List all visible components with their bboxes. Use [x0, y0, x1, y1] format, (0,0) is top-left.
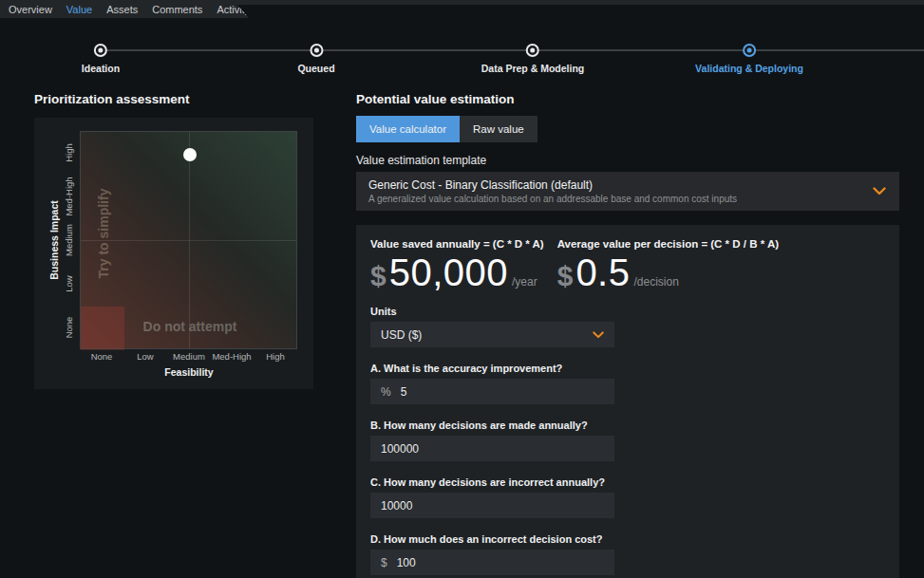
- x-tick: High: [266, 351, 285, 362]
- gridline-horizontal: [81, 240, 296, 241]
- currency-symbol: $: [557, 260, 574, 292]
- field-b-label: B. How many decisions are made annually?: [370, 420, 614, 431]
- step-label: Validating & Deploying: [695, 63, 803, 74]
- step-validating-deploying[interactable]: Validating & Deploying: [695, 38, 803, 74]
- step-data-prep-modeling[interactable]: Data Prep & Modeling: [481, 38, 585, 74]
- field-a-box: %: [370, 379, 614, 404]
- annual-value: 50,000: [389, 252, 508, 294]
- quadrant-plot-area[interactable]: Try to simplify Do not attempt: [80, 131, 297, 349]
- per-decision-value: 0.5: [575, 252, 630, 294]
- y-tick: Medium: [64, 224, 74, 256]
- field-c-input[interactable]: [381, 499, 604, 513]
- value-mode-tabs: Value calculator Raw value: [356, 116, 537, 142]
- step-queued[interactable]: Queued: [297, 38, 334, 74]
- step-dot-icon: [310, 44, 323, 57]
- units-value: USD ($): [381, 328, 422, 342]
- x-tick: Low: [137, 351, 153, 362]
- step-label: Queued: [297, 63, 334, 74]
- y-tick: Med-High: [64, 177, 74, 215]
- template-name: Generic Cost - Binary Classification (de…: [368, 178, 873, 192]
- field-a-label: A. What is the accuracy improvement?: [370, 363, 614, 374]
- y-axis-label: Business Impact: [48, 200, 60, 279]
- per-decision-unit: /decision: [633, 275, 678, 289]
- annual-unit: /year: [512, 275, 537, 289]
- field-c-label: C. How many decisions are incorrect annu…: [370, 476, 614, 488]
- nav-tab-value[interactable]: Value: [66, 4, 92, 15]
- risk-cell-low-low: [81, 307, 124, 350]
- field-d-box: $: [370, 550, 614, 575]
- nav-tab-comments[interactable]: Comments: [152, 4, 202, 15]
- x-axis-label: Feasibility: [164, 366, 213, 378]
- y-tick: High: [64, 143, 74, 162]
- assessment-point[interactable]: [183, 148, 197, 161]
- x-tick: Medium: [173, 351, 205, 362]
- nav-tab-activity[interactable]: Activity: [217, 4, 250, 15]
- chevron-down-icon: [593, 331, 604, 339]
- value-calculator-card: Value saved annually = (C * D * A) $ 50,…: [356, 225, 899, 578]
- field-c-box: [370, 493, 614, 518]
- annotation-do-not-attempt: Do not attempt: [143, 319, 237, 334]
- currency-symbol: $: [370, 260, 387, 292]
- progress-stepper: Ideation Queued Data Prep & Modeling Val…: [0, 38, 924, 74]
- step-dot-icon: [743, 44, 756, 57]
- field-d-input[interactable]: [397, 556, 604, 569]
- per-decision-block: Average value per decision = (C * D / B …: [557, 238, 779, 294]
- field-d-label: D. How much does an incorrect decision c…: [370, 533, 614, 545]
- tab-value-calculator[interactable]: Value calculator: [356, 116, 460, 142]
- chevron-down-icon: [873, 187, 899, 196]
- y-tick: None: [64, 317, 74, 339]
- field-b-input[interactable]: [381, 442, 604, 456]
- value-panel-title: Potential value estimation: [356, 92, 515, 106]
- tab-raw-value[interactable]: Raw value: [460, 116, 537, 142]
- percent-prefix: %: [381, 385, 391, 399]
- annotation-try-to-simplify: Try to simplify: [96, 189, 111, 279]
- top-nav: Overview Value Assets Comments Activity: [0, 0, 249, 18]
- template-section-label: Value estimation template: [356, 154, 486, 167]
- per-decision-formula-label: Average value per decision = (C * D / B …: [557, 238, 779, 250]
- annual-formula-label: Value saved annually = (C * D * A): [370, 238, 544, 250]
- nav-tab-assets[interactable]: Assets: [106, 4, 138, 15]
- template-select[interactable]: Generic Cost - Binary Classification (de…: [356, 172, 899, 211]
- x-tick: Med-High: [212, 351, 251, 362]
- prioritization-chart: Try to simplify Do not attempt None Low …: [34, 118, 313, 389]
- step-label: Data Prep & Modeling: [481, 63, 585, 74]
- x-tick: None: [91, 351, 113, 362]
- step-dot-icon: [94, 44, 107, 57]
- units-select[interactable]: USD ($): [370, 322, 614, 347]
- nav-tab-overview[interactable]: Overview: [9, 4, 52, 15]
- y-tick: Low: [64, 275, 74, 291]
- field-b-box: [370, 436, 614, 461]
- template-description: A generalized value calculation based on…: [368, 194, 873, 204]
- prioritization-title: Prioritization assessment: [34, 92, 190, 106]
- units-label: Units: [370, 306, 614, 317]
- dollar-prefix: $: [381, 556, 387, 569]
- step-label: Ideation: [82, 63, 120, 74]
- field-a-input[interactable]: [401, 385, 604, 399]
- step-dot-icon: [526, 44, 539, 57]
- annual-value-block: Value saved annually = (C * D * A) $ 50,…: [370, 238, 544, 294]
- step-ideation[interactable]: Ideation: [82, 38, 120, 74]
